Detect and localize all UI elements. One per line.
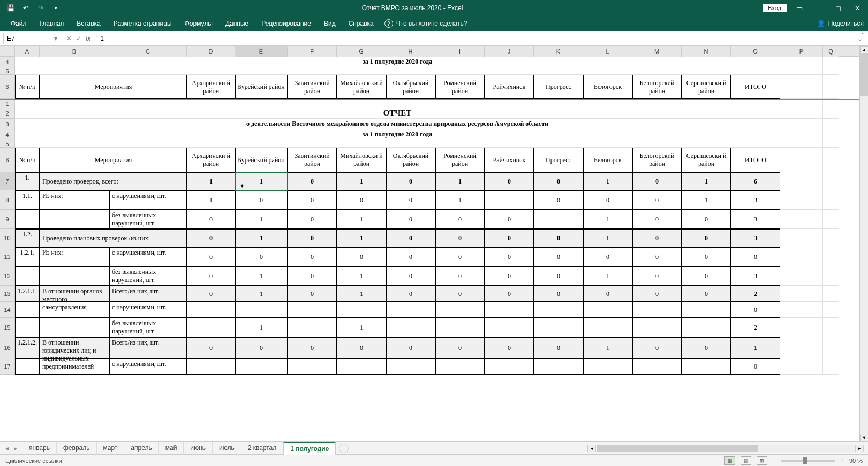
data-cell[interactable]: 1 [337,286,386,302]
cell[interactable] [780,140,823,148]
data-cell[interactable]: 0 [682,210,731,229]
save-icon[interactable]: 💾 [4,2,17,14]
column-header-E[interactable]: E [235,46,288,57]
cancel-icon[interactable]: ✕ [66,35,72,42]
row-number-cell[interactable] [15,358,40,375]
cell[interactable] [780,302,823,318]
row-number-cell[interactable] [15,210,40,229]
tell-me[interactable]: ? Что вы хотите сделать? [384,19,467,28]
column-header-A[interactable]: A [15,46,40,57]
cell[interactable] [823,302,839,318]
row-number-cell[interactable]: 1.1. [15,190,40,210]
data-cell[interactable]: 0 [534,247,583,266]
cell[interactable] [780,210,823,229]
row-sublabel-cell[interactable]: Всего/из них, шт. [109,337,187,358]
data-cell[interactable] [534,302,583,318]
cell[interactable] [780,358,823,375]
data-cell[interactable]: 0 [235,247,288,266]
data-cell[interactable]: 0 [534,172,583,190]
cell[interactable] [780,75,823,99]
data-cell[interactable] [485,358,534,375]
data-cell[interactable]: 0 [583,286,632,302]
data-cell[interactable] [235,302,288,318]
row-number-cell[interactable] [15,302,40,318]
data-cell[interactable] [288,358,337,375]
data-cell[interactable]: 0 [288,247,337,266]
data-cell[interactable]: 0 [632,286,682,302]
add-sheet-button[interactable]: + [339,444,349,453]
fx-icon[interactable]: fx [86,35,90,42]
data-cell[interactable]: 1 [235,210,288,229]
data-cell[interactable] [337,302,386,318]
spreadsheet-grid[interactable]: ABCDEFGHIJKLMNOPQ 4за 1 полугодие 2020 г… [0,46,868,441]
column-header-C[interactable]: C [109,46,187,57]
data-cell[interactable]: 0 [632,247,682,266]
cell[interactable] [780,190,823,210]
row-header-12[interactable]: 12 [0,266,15,286]
data-cell[interactable]: 0 [534,286,583,302]
cell[interactable] [823,67,839,75]
column-header-O[interactable]: O [731,46,780,57]
sheet-nav-first-icon[interactable]: ◂ [4,445,10,452]
close-icon[interactable]: ✕ [851,2,864,14]
cell[interactable] [780,148,823,172]
cell[interactable]: о деятельности Восточного межрайонного о… [15,119,780,129]
ribbon-tab-1[interactable]: Главная [33,17,71,30]
data-cell[interactable] [583,318,632,337]
data-cell[interactable]: 1 [235,229,288,247]
data-cell[interactable] [534,318,583,337]
table-header-cell[interactable]: Мероприятия [40,75,187,99]
cell[interactable] [823,129,839,140]
row-header-6[interactable]: 6 [0,75,15,99]
data-cell[interactable]: 0 [288,337,337,358]
data-cell[interactable]: 0 [435,266,485,286]
data-cell[interactable]: 0 [386,247,435,266]
data-cell[interactable]: 1 [235,318,288,337]
ribbon-tab-7[interactable]: Вид [318,17,342,30]
qat-dropdown-icon[interactable]: ▾ [49,2,62,14]
vscroll-thumb[interactable] [860,54,868,96]
row-sublabel-cell[interactable]: без выявленных нарушений, шт. [109,318,187,337]
cell[interactable] [823,266,839,286]
maximize-icon[interactable]: ◻ [832,2,844,14]
data-cell[interactable]: 1 [187,172,235,190]
ribbon-tab-3[interactable]: Разметка страницы [107,17,178,30]
data-cell[interactable] [632,302,682,318]
data-cell[interactable] [187,318,235,337]
selected-cell[interactable]: 1✦ [235,172,288,190]
table-header-cell[interactable]: Прогресс [534,75,583,99]
table-header-cell[interactable]: Михайловски й район [337,75,386,99]
data-cell[interactable] [485,302,534,318]
data-cell[interactable] [337,358,386,375]
cell[interactable] [780,318,823,337]
vertical-scrollbar[interactable]: ▲ ▼ [859,46,868,441]
ribbon-tab-4[interactable]: Формулы [178,17,219,30]
row-header-2[interactable]: 2 [0,108,15,119]
cell[interactable] [780,108,823,119]
data-cell[interactable]: 2 [731,286,780,302]
row-sublabel-cell[interactable]: без выявленных нарушений, шт. [109,266,187,286]
data-cell[interactable]: 1 [583,337,632,358]
table-header-cell[interactable]: Октябрьский район [386,75,435,99]
data-cell[interactable]: 0 [187,229,235,247]
cell[interactable] [823,318,839,337]
data-cell[interactable]: 1 [583,266,632,286]
data-cell[interactable]: 0 [435,210,485,229]
cell[interactable] [823,119,839,129]
data-cell[interactable]: 0 [632,210,682,229]
row-header-4[interactable]: 4 [0,129,15,140]
scroll-down-button[interactable]: ▼ [860,434,868,441]
sheet-nav-last-icon[interactable]: ▸ [13,445,18,452]
row-label-cell[interactable] [40,318,109,337]
data-cell[interactable]: 0 [534,190,583,210]
page-layout-view-button[interactable]: ▤ [741,456,751,465]
data-cell[interactable]: 0 [386,286,435,302]
hscroll-right-button[interactable]: ▸ [855,445,864,452]
data-cell[interactable]: 0 [435,229,485,247]
table-header-cell[interactable]: Белогорск [583,148,632,172]
row-number-cell[interactable]: 1.2.1.1. [15,286,40,302]
data-cell[interactable] [682,318,731,337]
table-header-cell[interactable]: Райчихинск [485,75,534,99]
data-cell[interactable] [534,358,583,375]
data-cell[interactable]: 1 [337,210,386,229]
